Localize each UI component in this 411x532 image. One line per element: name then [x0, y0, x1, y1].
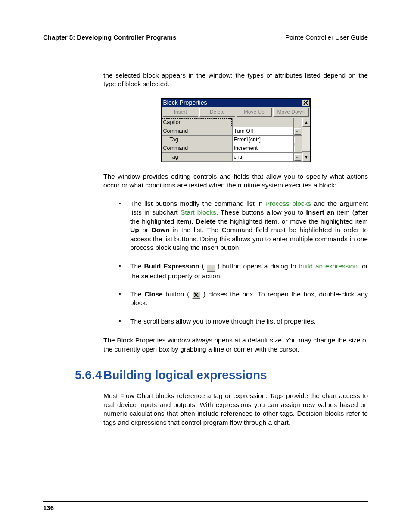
property-label[interactable]: Command	[162, 144, 232, 152]
property-label[interactable]: Caption	[162, 118, 232, 127]
list-item: The Close button ( ) closes the box. To …	[119, 290, 368, 308]
close-icon[interactable]	[302, 100, 309, 106]
start-blocks-link[interactable]: Start blocks	[181, 208, 216, 216]
move-up-button[interactable]: Move Up	[237, 108, 272, 117]
page-number: 136	[43, 504, 54, 511]
vertical-scrollbar[interactable]: ▲ ▼	[302, 118, 310, 162]
insert-button[interactable]: Insert	[163, 108, 199, 117]
property-value[interactable]: Turn Off	[232, 127, 294, 135]
scrollbar-track[interactable]	[302, 127, 310, 151]
section-heading: 5.6.4 Building logical expressions	[43, 368, 368, 382]
list-item: The scroll bars allow you to move throug…	[119, 317, 368, 326]
property-ellipsis-cell	[294, 118, 302, 127]
paragraph-after-dialog: The window provides editing controls and…	[103, 172, 368, 190]
block-properties-dialog: Block Properties Insert Delete Move Up M…	[161, 98, 311, 162]
list-item: The Build Expression ( ) button opens a …	[119, 262, 368, 280]
table-row: CommandIncrement…	[162, 144, 302, 152]
table-row: Tagcntr…	[162, 152, 302, 161]
delete-button[interactable]: Delete	[199, 108, 235, 117]
property-ellipsis-cell[interactable]: …	[294, 144, 302, 152]
property-label[interactable]: Command	[162, 127, 232, 135]
process-blocks-link[interactable]: Process blocks	[265, 200, 311, 207]
scroll-up-icon[interactable]: ▲	[302, 118, 310, 127]
dialog-grid: CaptionCommandTurn Off…TagError1[cntr]…C…	[162, 118, 310, 162]
intro-paragraph: the selected block appears in the window…	[103, 71, 368, 89]
dialog-title: Block Properties	[163, 99, 301, 106]
bullet-list: The list buttons modify the command list…	[103, 199, 368, 326]
property-value[interactable]: Error1[cntr]	[232, 135, 294, 144]
section-title: Building logical expressions	[103, 368, 267, 382]
property-value[interactable]: cntr	[232, 152, 294, 161]
page-header: Chapter 5: Developing Controller Program…	[43, 34, 368, 44]
chapter-title: Chapter 5: Developing Controller Program…	[43, 34, 176, 41]
list-item: The list buttons modify the command list…	[119, 199, 368, 252]
page-body: the selected block appears in the window…	[103, 71, 368, 427]
build-expression-link[interactable]: build an expression	[299, 262, 358, 270]
ellipsis-icon[interactable]: …	[294, 137, 301, 143]
property-ellipsis-cell[interactable]: …	[294, 127, 302, 135]
close-button-icon[interactable]	[192, 291, 200, 299]
build-expression-icon[interactable]	[207, 264, 215, 272]
document-page: Chapter 5: Developing Controller Program…	[0, 0, 411, 532]
section-paragraph: Most Flow Chart blocks reference a tag o…	[103, 392, 368, 427]
ellipsis-icon[interactable]: …	[294, 154, 301, 161]
section-number: 5.6.4	[43, 368, 103, 382]
property-label[interactable]: Tag	[162, 152, 232, 161]
ellipsis-icon[interactable]: …	[294, 146, 301, 152]
property-value[interactable]: Increment	[232, 144, 294, 152]
page-footer: 136	[43, 501, 368, 511]
property-ellipsis-cell[interactable]: …	[294, 152, 302, 161]
paragraph-after-bullets: The Block Properties window always opens…	[103, 336, 368, 354]
property-value[interactable]	[232, 118, 294, 127]
property-label[interactable]: Tag	[162, 135, 232, 144]
ellipsis-icon[interactable]: …	[294, 128, 301, 135]
table-row: TagError1[cntr]…	[162, 135, 302, 144]
guide-title: Pointe Controller User Guide	[285, 34, 368, 41]
table-row: CommandTurn Off…	[162, 127, 302, 135]
table-row: Caption	[162, 118, 302, 127]
dialog-titlebar[interactable]: Block Properties	[162, 99, 310, 107]
properties-table: CaptionCommandTurn Off…TagError1[cntr]…C…	[162, 118, 302, 162]
dialog-toolbar: Insert Delete Move Up Move Down	[162, 107, 310, 118]
scroll-down-icon[interactable]: ▼	[302, 153, 310, 162]
move-down-button[interactable]: Move Down	[273, 108, 309, 117]
property-ellipsis-cell[interactable]: …	[294, 135, 302, 144]
